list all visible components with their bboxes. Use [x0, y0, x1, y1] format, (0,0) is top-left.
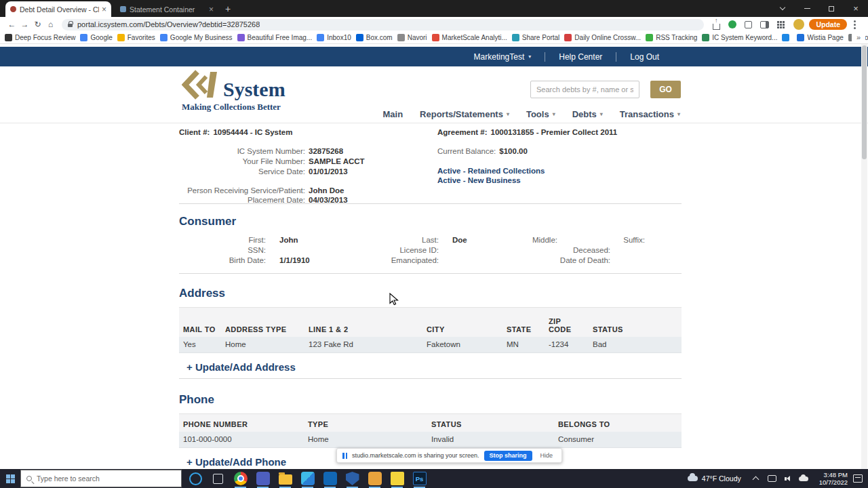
update-add-phone-link[interactable]: + Update/Add Phone	[186, 456, 286, 468]
profile-avatar[interactable]	[793, 19, 804, 30]
taskbar-search-input[interactable]	[37, 474, 176, 483]
side-panel-icon[interactable]	[760, 21, 769, 28]
field-label: Agreement #:	[437, 128, 488, 136]
tab-close-icon[interactable]: ×	[102, 5, 106, 14]
bookmark-favicon	[160, 34, 167, 41]
icsystem-logo[interactable]: System Making Collections Better	[182, 70, 297, 113]
bookmark-item[interactable]: Beautiful Free Imag...	[237, 34, 313, 41]
field-value: 01/01/2013	[309, 167, 348, 176]
bookmark-item[interactable]: Box.com	[356, 34, 393, 41]
field-label: Client #:	[179, 128, 210, 136]
help-center-link[interactable]: Help Center	[545, 52, 616, 62]
address-header-cell: CITY	[422, 308, 502, 337]
menu-kebab-icon[interactable]	[854, 24, 856, 26]
network-icon[interactable]	[768, 475, 776, 482]
phone-row[interactable]: 101-000-0000 Home Invalid Consumer	[179, 432, 682, 448]
page-scrollbar[interactable]	[861, 44, 867, 469]
bookmark-label: Favorites	[127, 34, 155, 41]
tab-close-icon[interactable]: ×	[209, 5, 214, 14]
bookmark-item[interactable]: IC System Keyword...	[702, 34, 777, 41]
start-button[interactable]	[0, 469, 20, 488]
windows-taskbar: Ps 47°F Cloudy 3:48 PM 10/7/2022	[0, 469, 868, 488]
bookmark-item[interactable]: Daily Online Crossw...	[564, 34, 641, 41]
bookmark-item[interactable]: Navori	[397, 34, 427, 41]
bookmark-item[interactable]: RSS Tracking	[646, 34, 697, 41]
bookmark-favicon	[356, 34, 363, 41]
logo-tagline: Making Collections Better	[182, 102, 297, 113]
close-button[interactable]: ×	[844, 0, 868, 17]
share-icon[interactable]: ↑	[713, 24, 720, 30]
bookmark-label: IC System Keyword...	[712, 34, 777, 41]
phone-cell: 101-000-0000	[179, 432, 304, 448]
go-button[interactable]: GO	[650, 81, 681, 98]
nav-reports-statements[interactable]: Reports/Statements▾	[420, 109, 509, 119]
extension-status-icon[interactable]	[728, 20, 736, 28]
bookmark-item[interactable]: Share Portal	[512, 34, 560, 41]
stop-sharing-button[interactable]: Stop sharing	[484, 451, 532, 461]
page-viewport: MarketingTest▾ Help Center Log Out Syste…	[0, 44, 868, 469]
address-header-cell: STATUS	[589, 308, 682, 337]
sticky-notes-icon[interactable]	[386, 469, 408, 488]
hide-button[interactable]: Hide	[537, 451, 557, 461]
update-button[interactable]: Update	[809, 19, 847, 30]
onedrive-icon[interactable]	[799, 476, 808, 481]
nav-main[interactable]: Main	[382, 109, 403, 119]
photoshop-icon[interactable]: Ps	[408, 469, 431, 488]
apps-grid-icon[interactable]	[777, 21, 785, 28]
address-row[interactable]: Yes Home 123 Fake Rd Faketown MN -1234 B…	[179, 337, 682, 353]
photos-icon[interactable]	[296, 469, 319, 488]
bookmark-item[interactable]: Inbox10	[317, 34, 351, 41]
new-tab-button[interactable]: +	[225, 3, 231, 14]
taskbar-search[interactable]	[20, 470, 182, 487]
bookmark-item[interactable]: Google My Business	[160, 34, 233, 41]
chrome-icon[interactable]	[229, 469, 252, 488]
security-icon[interactable]	[341, 469, 363, 488]
consumer-fields: First: John Last: Doe Middle: Suffix: SS…	[179, 236, 682, 266]
cortana-icon[interactable]	[184, 469, 207, 488]
home-button[interactable]: ⌂	[44, 20, 57, 29]
weather-widget[interactable]: 47°F Cloudy	[688, 474, 741, 483]
nav-debts[interactable]: Debts▾	[572, 109, 603, 119]
bookmark-favicon	[646, 34, 653, 41]
tab-search-chevron-icon[interactable]	[770, 0, 795, 17]
field-value: 10954444 - IC System	[213, 128, 292, 136]
search-icon	[26, 476, 32, 481]
address-bar[interactable]: portal.icsystem.com/Debts/Overview?debti…	[62, 19, 704, 30]
bookmark-item[interactable]: Google	[80, 34, 112, 41]
chevron-down-icon: ▾	[600, 111, 603, 117]
field-label: Last:	[371, 236, 439, 245]
nav-tools[interactable]: Tools▾	[526, 109, 555, 119]
file-explorer-icon[interactable]	[274, 469, 296, 488]
taskbar-clock[interactable]: 3:48 PM 10/7/2022	[819, 471, 848, 486]
task-view-icon[interactable]	[207, 469, 229, 488]
action-center-icon[interactable]	[853, 474, 863, 483]
tab-favicon	[120, 6, 126, 12]
url-text[interactable]: portal.icsystem.com/Debts/Overview?debti…	[77, 20, 260, 28]
office-icon[interactable]	[363, 469, 386, 488]
bookmark-item[interactable]: Favorites	[117, 34, 155, 41]
bookmark-item[interactable]: MarketScale Analyti...	[432, 34, 507, 41]
bookmark-item[interactable]: Wistia Page	[797, 34, 843, 41]
tab-statement-container[interactable]: Statement Container ×	[115, 1, 218, 17]
tray-expand-icon[interactable]	[752, 476, 759, 483]
marketing-test-menu[interactable]: MarketingTest▾	[460, 52, 545, 62]
extensions-puzzle-icon[interactable]	[745, 21, 752, 28]
nav-transactions[interactable]: Transactions▾	[620, 109, 680, 119]
minimize-button[interactable]	[795, 0, 819, 17]
back-button[interactable]: ←	[5, 20, 18, 29]
scrollbar-thumb[interactable]	[862, 45, 867, 159]
bookmarks-overflow-icon[interactable]: »	[852, 32, 865, 43]
chrome-logo	[234, 472, 248, 485]
outlook-icon[interactable]	[319, 469, 341, 488]
maximize-button[interactable]	[819, 0, 844, 17]
forward-button[interactable]: →	[18, 20, 31, 29]
volume-icon[interactable]	[783, 474, 792, 483]
debt-search-input[interactable]	[530, 81, 639, 98]
logout-link[interactable]: Log Out	[616, 52, 673, 62]
update-add-address-link[interactable]: + Update/Add Address	[186, 361, 296, 373]
teams-icon[interactable]	[252, 469, 274, 488]
bookmark-item[interactable]	[782, 34, 792, 41]
tab-debt-detail[interactable]: Debt Detail Overview - Client P ×	[5, 1, 111, 17]
bookmark-item[interactable]: Deep Focus Review	[5, 34, 75, 41]
refresh-button[interactable]: ↻	[31, 20, 44, 29]
